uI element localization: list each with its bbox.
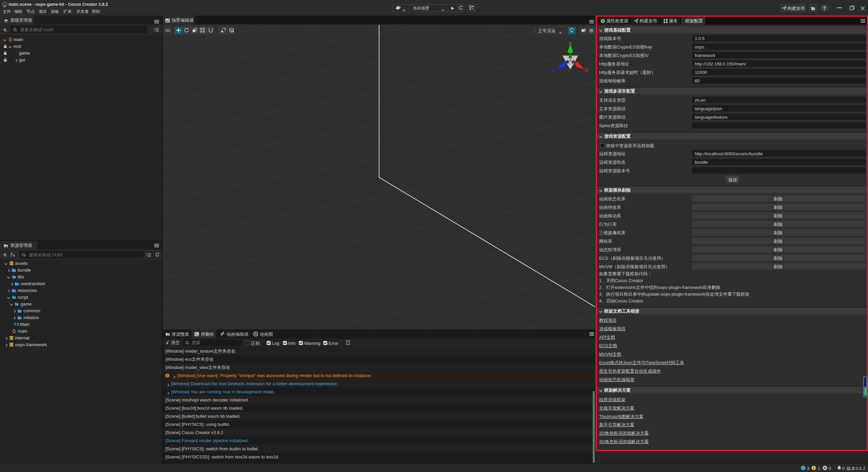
svg-text:Y: Y [569,41,572,46]
svg-text:i: i [803,466,804,470]
svg-text:X: X [585,67,588,73]
svg-text:Z: Z [552,67,555,73]
